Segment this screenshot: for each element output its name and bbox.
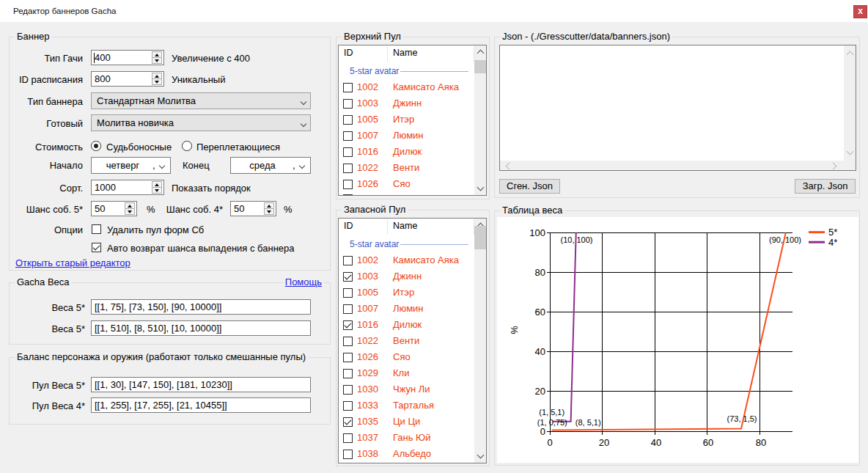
svg-text:0: 0: [540, 426, 545, 437]
svg-text:20: 20: [599, 437, 609, 448]
svg-text:4*: 4*: [828, 237, 837, 248]
svg-text:80: 80: [756, 437, 766, 448]
svg-text:60: 60: [703, 437, 713, 448]
svg-text:100: 100: [529, 227, 545, 238]
svg-text:(8, 5,1): (8, 5,1): [575, 418, 601, 427]
svg-text:(90, 100): (90, 100): [769, 235, 801, 244]
svg-text:80: 80: [535, 267, 545, 278]
svg-text:(1, 0,75): (1, 0,75): [537, 418, 567, 427]
svg-text:20: 20: [535, 386, 545, 397]
svg-text:(73, 1,5): (73, 1,5): [727, 414, 757, 423]
svg-text:40: 40: [535, 346, 545, 357]
svg-text:5*: 5*: [828, 227, 837, 238]
svg-text:0: 0: [547, 437, 552, 448]
svg-text:(1, 5,1): (1, 5,1): [539, 408, 564, 417]
svg-text:40: 40: [651, 437, 661, 448]
svg-text:(10, 100): (10, 100): [560, 235, 592, 244]
svg-text:60: 60: [535, 307, 545, 318]
svg-text:%: %: [509, 326, 520, 334]
